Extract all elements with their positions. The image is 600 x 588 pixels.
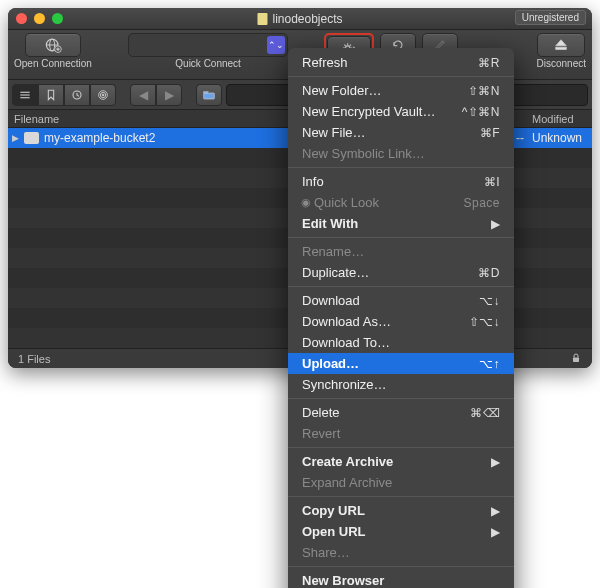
svg-point-20 — [102, 94, 104, 96]
submenu-arrow-icon: ▶ — [491, 455, 501, 469]
menu-separator — [288, 566, 514, 567]
disclosure-triangle-icon[interactable]: ▶ — [12, 133, 19, 143]
menu-revert: Revert — [288, 423, 514, 444]
disconnect-button[interactable] — [537, 33, 585, 57]
svg-rect-15 — [556, 47, 567, 49]
globe-plus-icon — [43, 35, 63, 55]
submenu-arrow-icon: ▶ — [491, 217, 501, 231]
menu-quick-look: ◉Quick LookSpace — [288, 192, 514, 213]
zoom-window-button[interactable] — [52, 13, 63, 24]
unregistered-badge[interactable]: Unregistered — [515, 10, 586, 25]
menu-separator — [288, 167, 514, 168]
action-context-menu: Refresh⌘R New Folder…⇧⌘N New Encrypted V… — [288, 48, 514, 588]
eject-icon — [552, 36, 570, 54]
eye-icon: ◉ — [298, 196, 313, 209]
view-list-button[interactable] — [12, 84, 38, 106]
view-bookmarks-button[interactable] — [38, 84, 64, 106]
menu-new-folder[interactable]: New Folder…⇧⌘N — [288, 80, 514, 101]
menu-synchronize[interactable]: Synchronize… — [288, 374, 514, 395]
menu-new-file[interactable]: New File…⌘F — [288, 122, 514, 143]
quick-connect-label: Quick Connect — [175, 58, 241, 69]
submenu-arrow-icon: ▶ — [491, 525, 501, 539]
menu-create-archive[interactable]: Create Archive▶ — [288, 451, 514, 472]
bookmark-icon — [43, 87, 59, 103]
row-modified: Unknown — [532, 131, 592, 145]
view-history-button[interactable] — [64, 84, 90, 106]
menu-separator — [288, 237, 514, 238]
menu-separator — [288, 447, 514, 448]
open-connection-label: Open Connection — [14, 58, 92, 69]
menu-upload[interactable]: Upload…⌥↑ — [288, 353, 514, 374]
svg-rect-23 — [204, 93, 215, 99]
chevron-right-icon: ▶ — [165, 88, 174, 102]
menu-separator — [288, 496, 514, 497]
close-window-button[interactable] — [16, 13, 27, 24]
menu-new-browser[interactable]: New Browser — [288, 570, 514, 588]
view-bonjour-button[interactable] — [90, 84, 116, 106]
drive-icon — [24, 132, 39, 144]
menu-download-to[interactable]: Download To… — [288, 332, 514, 353]
menu-open-url[interactable]: Open URL▶ — [288, 521, 514, 542]
menu-copy-url[interactable]: Copy URL▶ — [288, 500, 514, 521]
open-connection-button[interactable] — [25, 33, 81, 57]
nav-back-button[interactable]: ◀ — [130, 84, 156, 106]
lock-icon[interactable] — [570, 352, 582, 366]
column-modified[interactable]: Modified — [532, 113, 592, 125]
folder-up-icon — [201, 87, 217, 103]
menu-separator — [288, 76, 514, 77]
submenu-arrow-icon: ▶ — [491, 504, 501, 518]
menu-refresh[interactable]: Refresh⌘R — [288, 52, 514, 73]
menu-share: Share… — [288, 542, 514, 563]
menu-download[interactable]: Download⌥↓ — [288, 290, 514, 311]
menu-duplicate[interactable]: Duplicate…⌘D — [288, 262, 514, 283]
titlebar: linodeobjects Unregistered — [8, 8, 592, 30]
signal-icon — [95, 87, 111, 103]
menu-edit-with[interactable]: Edit With▶ — [288, 213, 514, 234]
window-controls — [16, 13, 63, 24]
menu-separator — [288, 286, 514, 287]
menu-new-encrypted-vault[interactable]: New Encrypted Vault…^⇧⌘N — [288, 101, 514, 122]
menu-new-symbolic-link: New Symbolic Link… — [288, 143, 514, 164]
window-title: linodeobjects — [272, 12, 342, 26]
clock-icon — [69, 87, 85, 103]
svg-rect-24 — [573, 357, 579, 362]
file-count-label: 1 Files — [18, 353, 50, 365]
go-up-button[interactable] — [196, 84, 222, 106]
menu-info[interactable]: Info⌘I — [288, 171, 514, 192]
menu-expand-archive: Expand Archive — [288, 472, 514, 493]
document-icon — [257, 13, 267, 25]
chevron-left-icon: ◀ — [139, 88, 148, 102]
menu-delete[interactable]: Delete⌘⌫ — [288, 402, 514, 423]
nav-forward-button[interactable]: ▶ — [156, 84, 182, 106]
menu-download-as[interactable]: Download As…⇧⌥↓ — [288, 311, 514, 332]
menu-rename: Rename… — [288, 241, 514, 262]
list-icon — [17, 87, 33, 103]
disconnect-label: Disconnect — [537, 58, 586, 69]
svg-line-13 — [350, 45, 351, 46]
menu-separator — [288, 398, 514, 399]
minimize-window-button[interactable] — [34, 13, 45, 24]
svg-line-11 — [345, 45, 346, 46]
chevron-updown-icon: ⌃⌄ — [267, 36, 285, 54]
quick-connect-combo[interactable]: ⌃⌄ — [128, 33, 288, 57]
